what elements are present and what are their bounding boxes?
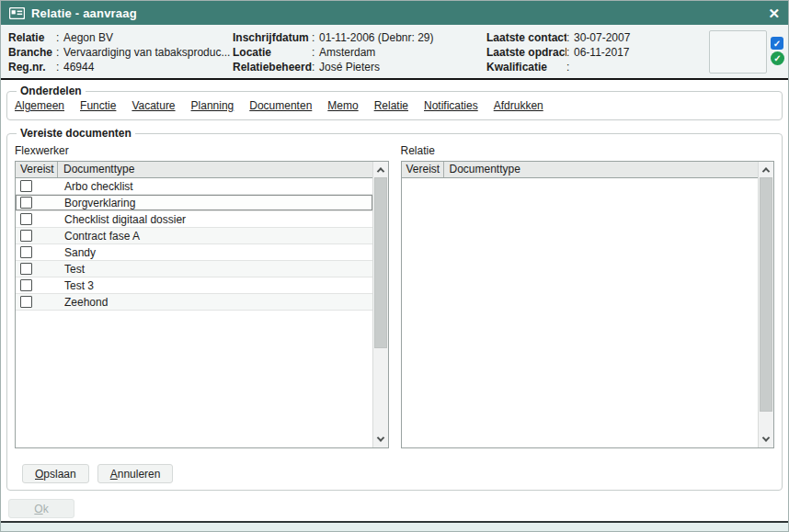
vereist-checkbox[interactable] bbox=[20, 230, 32, 242]
relatie-panel: Relatie Vereist Documenttype bbox=[401, 141, 775, 448]
field-separator: : bbox=[566, 45, 574, 60]
vereist-checkbox[interactable] bbox=[20, 263, 32, 275]
field-separator: : bbox=[56, 45, 63, 60]
header-column-2: Inschrijfdatum : 01-11-2006 (Debnr: 29) … bbox=[233, 30, 434, 74]
documenttype-cell: Arbo checklist bbox=[59, 180, 372, 193]
vereist-checkbox[interactable] bbox=[20, 279, 32, 291]
onderdelen-legend: Onderdelen bbox=[17, 85, 86, 97]
vereist-cell bbox=[16, 230, 59, 242]
photo-placeholder bbox=[709, 30, 767, 74]
table-row[interactable]: Sandy bbox=[16, 244, 372, 261]
onderdelen-group: Onderdelen Algemeen Functie Vacature Pla… bbox=[6, 85, 783, 120]
annuleren-button[interactable]: Annuleren bbox=[97, 464, 174, 483]
titlebar[interactable]: Relatie - aanvraag ✕ bbox=[1, 1, 788, 25]
checkbox-checked-icon[interactable]: ✓ bbox=[771, 37, 783, 50]
field-separator: : bbox=[56, 60, 63, 74]
field-value: José Pieters bbox=[319, 60, 380, 74]
field-value: Vervaardiging van tabaksproduc... bbox=[63, 45, 230, 60]
tab-link[interactable]: Planning bbox=[191, 99, 234, 112]
field-label: Laatste contact bbox=[486, 30, 566, 45]
vereist-cell bbox=[16, 197, 59, 209]
header-field: Inschrijfdatum : 01-11-2006 (Debnr: 29) bbox=[233, 30, 434, 45]
close-icon[interactable]: ✕ bbox=[768, 6, 780, 20]
vereist-cell bbox=[16, 296, 59, 308]
tab-link[interactable]: Algemeen bbox=[15, 99, 64, 112]
header-field: Branche : Vervaardiging van tabaksproduc… bbox=[8, 45, 230, 60]
relatie-listbox: Vereist Documenttype bbox=[401, 161, 775, 448]
annuleren-label: Annuleren bbox=[110, 468, 161, 481]
scrollbar-thumb[interactable] bbox=[374, 177, 387, 348]
field-label: Locatie bbox=[233, 45, 312, 60]
vereist-checkbox[interactable] bbox=[20, 197, 32, 209]
header-field: Relatie : Aegon BV bbox=[8, 30, 230, 45]
field-separator: : bbox=[312, 60, 319, 74]
vereist-cell bbox=[16, 263, 59, 275]
header-column-1: Relatie : Aegon BV Branche : Vervaardigi… bbox=[8, 30, 230, 74]
field-label: Relatie bbox=[8, 30, 56, 45]
documenttype-cell: Checklist digitaal dossier bbox=[59, 213, 372, 226]
verified-icon: ✓ bbox=[771, 51, 784, 65]
field-value: Aegon BV bbox=[63, 30, 113, 45]
field-value: Amsterdam bbox=[319, 45, 375, 60]
window-title: Relatie - aanvraag bbox=[31, 6, 137, 20]
table-row[interactable]: Checklist digitaal dossier bbox=[16, 211, 372, 228]
vereist-checkbox[interactable] bbox=[20, 180, 32, 192]
tab-link[interactable]: Notificaties bbox=[424, 99, 478, 112]
field-label: Kwalificatie bbox=[486, 60, 566, 74]
ok-button[interactable]: Ok bbox=[8, 499, 74, 518]
tab-link[interactable]: Relatie bbox=[374, 99, 408, 112]
flexwerker-scrollbar[interactable] bbox=[372, 162, 388, 447]
header-field: Locatie : Amsterdam bbox=[233, 45, 434, 60]
tab-link[interactable]: Functie bbox=[80, 99, 116, 112]
tab-link[interactable]: Documenten bbox=[249, 99, 312, 112]
relatie-scrollbar[interactable] bbox=[758, 162, 773, 447]
header-field: Laatste opdrach : 06-11-2017 bbox=[486, 45, 630, 60]
ok-label: Ok bbox=[34, 503, 48, 515]
documenttype-cell: Zeehond bbox=[59, 296, 372, 309]
header-field: Reg.nr. : 46944 bbox=[8, 60, 230, 74]
table-row[interactable]: Zeehond bbox=[16, 294, 372, 311]
flexwerker-panel: Flexwerker Vereist Documenttype bbox=[15, 141, 389, 448]
contact-card-icon bbox=[9, 7, 25, 19]
header-field: Laatste contact : 30-07-2007 bbox=[486, 30, 630, 45]
documenttype-cell: Contract fase A bbox=[59, 230, 372, 243]
vereist-checkbox[interactable] bbox=[20, 296, 32, 308]
table-row[interactable]: Test bbox=[16, 261, 372, 277]
table-row[interactable]: Borgverklaring bbox=[16, 195, 372, 211]
scroll-up-icon[interactable] bbox=[759, 163, 773, 177]
documenttype-cell: Borgverklaring bbox=[59, 197, 372, 209]
header-field: Kwalificatie : bbox=[486, 60, 630, 74]
documenttype-cell: Test 3 bbox=[59, 279, 372, 292]
column-header-vereist: Vereist bbox=[16, 162, 58, 177]
table-row[interactable]: Contract fase A bbox=[16, 228, 372, 244]
scrollbar-thumb[interactable] bbox=[760, 177, 772, 412]
relatie-label: Relatie bbox=[401, 142, 775, 159]
field-value: 46944 bbox=[63, 60, 94, 74]
tab-link[interactable]: Vacature bbox=[132, 99, 175, 112]
field-value: 06-11-2017 bbox=[574, 45, 630, 60]
field-separator: : bbox=[566, 60, 574, 74]
vereist-checkbox[interactable] bbox=[20, 246, 32, 258]
tab-link[interactable]: Afdrukken bbox=[494, 99, 543, 112]
dialog-footer: Ok bbox=[8, 499, 783, 518]
vereist-checkbox[interactable] bbox=[20, 213, 32, 225]
field-separator: : bbox=[312, 30, 319, 45]
vereiste-documenten-legend: Vereiste documenten bbox=[17, 127, 135, 140]
header-field: Relatiebeheerde : José Pieters bbox=[233, 60, 434, 74]
scroll-down-icon[interactable] bbox=[373, 432, 388, 447]
opslaan-button[interactable]: Opslaan bbox=[22, 464, 89, 483]
field-label: Branche bbox=[8, 45, 56, 60]
field-value: 30-07-2007 bbox=[574, 30, 630, 45]
vereist-cell bbox=[16, 246, 59, 258]
tab-link[interactable]: Memo bbox=[327, 99, 358, 112]
vereist-cell bbox=[16, 279, 59, 291]
field-separator: : bbox=[566, 30, 574, 45]
scroll-down-icon[interactable] bbox=[759, 432, 773, 447]
table-row[interactable]: Test 3 bbox=[16, 277, 372, 294]
column-header-vereist: Vereist bbox=[402, 162, 444, 177]
relatie-table-header: Vereist Documenttype bbox=[402, 162, 759, 178]
table-row[interactable]: Arbo checklist bbox=[16, 178, 372, 195]
scroll-up-icon[interactable] bbox=[373, 163, 388, 177]
relation-summary-header: Relatie : Aegon BV Branche : Vervaardigi… bbox=[1, 25, 788, 80]
field-separator: : bbox=[312, 45, 319, 60]
